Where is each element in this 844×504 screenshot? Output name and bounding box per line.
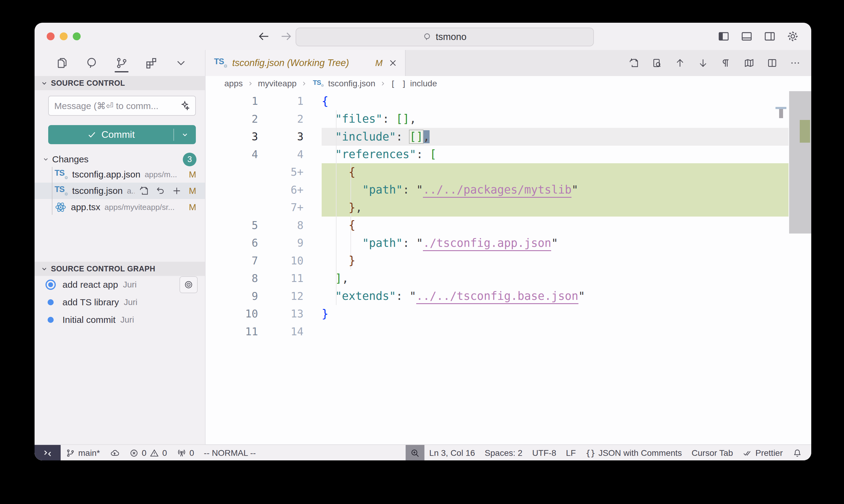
code-line[interactable]: 7+ }, bbox=[206, 199, 811, 217]
activity-item-search[interactable] bbox=[84, 54, 100, 72]
status-vim-mode[interactable]: -- NORMAL -- bbox=[199, 445, 261, 461]
status-notifications[interactable] bbox=[788, 445, 807, 461]
source-control-title: SOURCE CONTROL bbox=[51, 79, 125, 88]
commit-message: add TS library bbox=[63, 297, 119, 307]
command-center-search[interactable]: tsmono bbox=[296, 28, 594, 46]
prev-change-icon[interactable] bbox=[674, 57, 686, 69]
tab-tsconfig-working-tree[interactable]: TS tsconfig.json (Working Tree) M bbox=[206, 50, 406, 76]
breadcrumb-label: tsconfig.json bbox=[328, 79, 375, 88]
commit-row[interactable]: add react app Juri bbox=[35, 276, 205, 293]
status-sync-status[interactable] bbox=[105, 445, 124, 461]
code-line[interactable]: 9 12 "extends": "../../tsconfig.base.jso… bbox=[206, 287, 811, 305]
status-eol[interactable]: LF bbox=[561, 445, 581, 461]
code-line[interactable]: 11 14 bbox=[206, 323, 811, 341]
commit-row[interactable]: add TS library Juri bbox=[35, 293, 205, 311]
commit-row[interactable]: Initial commit Juri bbox=[35, 311, 205, 329]
plus-icon[interactable] bbox=[172, 186, 182, 196]
modified-badge: M bbox=[188, 202, 197, 212]
source-control-section-header[interactable]: SOURCE CONTROL bbox=[35, 76, 205, 90]
modified-badge: M bbox=[188, 169, 197, 180]
activity-item-extensions[interactable] bbox=[144, 54, 159, 72]
code-line[interactable]: 6 9 "path": "./tsconfig.app.json" bbox=[206, 234, 811, 252]
activity-item-explorer[interactable] bbox=[55, 54, 70, 72]
error-icon bbox=[129, 448, 139, 458]
minimize-window-button[interactable] bbox=[60, 32, 68, 40]
old-line-number: 7 bbox=[206, 255, 258, 267]
code-line[interactable]: 10 13 } bbox=[206, 305, 811, 323]
changes-count-badge: 3 bbox=[183, 152, 196, 166]
editor-area: TS tsconfig.json (Working Tree) M apps m… bbox=[206, 50, 811, 444]
vertical-scrollbar[interactable] bbox=[789, 91, 811, 234]
status-encoding[interactable]: UTF-8 bbox=[527, 445, 561, 461]
status-indentation[interactable]: Spaces: 2 bbox=[480, 445, 528, 461]
whitespace-icon[interactable] bbox=[720, 57, 732, 69]
code-line[interactable]: 8 11 ], bbox=[206, 270, 811, 287]
open-file-icon[interactable] bbox=[139, 186, 149, 196]
map-icon[interactable] bbox=[743, 57, 755, 69]
next-change-icon[interactable] bbox=[697, 57, 709, 69]
maximize-window-button[interactable] bbox=[73, 32, 81, 40]
discard-icon[interactable] bbox=[155, 186, 166, 196]
code-line[interactable]: 4 4 "references": [ bbox=[206, 146, 811, 164]
status-cursor-tab[interactable]: Cursor Tab bbox=[687, 445, 738, 461]
status-zoom-indicator[interactable] bbox=[406, 445, 425, 461]
zoom-in-icon bbox=[410, 448, 420, 458]
breadcrumb-item[interactable]: myviteapp bbox=[258, 79, 297, 88]
status-cursor-position[interactable]: Ln 3, Col 16 bbox=[425, 445, 480, 461]
code-line[interactable]: 5+ { bbox=[206, 163, 811, 181]
old-line-number: 6 bbox=[206, 237, 258, 249]
minimap[interactable] bbox=[775, 107, 787, 121]
code-line[interactable]: 5 8 { bbox=[206, 217, 811, 234]
status-formatter[interactable]: Prettier bbox=[738, 445, 788, 461]
code-line[interactable]: 7 10 } bbox=[206, 252, 811, 270]
changes-section-header[interactable]: Changes 3 bbox=[35, 152, 205, 166]
checkout-target-button[interactable] bbox=[179, 276, 198, 293]
code-line[interactable]: 2 2 "files": [], bbox=[206, 110, 811, 128]
search-icon bbox=[85, 56, 99, 70]
status-problems[interactable]: 00 bbox=[124, 445, 172, 461]
commit-dropdown-button[interactable] bbox=[174, 130, 196, 139]
extensions-icon bbox=[144, 56, 158, 70]
gear-icon[interactable] bbox=[787, 30, 799, 43]
remote-indicator[interactable] bbox=[35, 445, 61, 461]
changed-file-row[interactable]: TS tsconfig.app.json apps/m... M bbox=[35, 166, 205, 183]
changed-file-row[interactable]: app.tsx apps/myviteapp/sr... M bbox=[35, 199, 205, 215]
back-icon[interactable] bbox=[258, 30, 271, 43]
activity-item-source-control[interactable] bbox=[114, 54, 129, 72]
more-icon[interactable] bbox=[789, 57, 801, 69]
changes-file-list: TS tsconfig.app.json apps/m... M TS tsco… bbox=[35, 166, 205, 215]
layout-sidebar-right-icon[interactable] bbox=[763, 30, 776, 43]
open-file-icon[interactable] bbox=[628, 57, 640, 69]
layout-sidebar-left-icon[interactable] bbox=[717, 30, 730, 43]
split-editor-icon[interactable] bbox=[767, 57, 778, 69]
breadcrumb-item[interactable]: TS tsconfig.json bbox=[312, 77, 375, 90]
status-ports[interactable]: 0 bbox=[172, 445, 199, 461]
new-line-number: 6+ bbox=[258, 184, 304, 196]
breadcrumb-label: apps bbox=[224, 79, 243, 88]
vscode-window: tsmono SOURCE CONTROL Message (⌘⏎ to com… bbox=[35, 23, 811, 461]
code-editor[interactable]: 1 1 { 2 2 "files": [], 3 3 "include": []… bbox=[206, 91, 811, 444]
forward-icon[interactable] bbox=[279, 30, 292, 43]
code-line[interactable]: 3 3 "include": [], bbox=[206, 128, 811, 146]
close-window-button[interactable] bbox=[47, 32, 55, 40]
code-line[interactable]: 6+ "path": "../../packages/mytslib" bbox=[206, 181, 811, 199]
code-line[interactable]: 1 1 { bbox=[206, 92, 811, 110]
activity-item-more-views[interactable] bbox=[173, 54, 189, 72]
status-branch-status[interactable]: main* bbox=[61, 445, 105, 461]
source-control-graph-header[interactable]: SOURCE CONTROL GRAPH bbox=[35, 262, 205, 276]
source-control-graph-title: SOURCE CONTROL GRAPH bbox=[51, 265, 155, 273]
breadcrumb-item[interactable]: apps bbox=[224, 79, 243, 88]
chevron-right-icon bbox=[301, 80, 307, 87]
status-language-mode[interactable]: {}JSON with Comments bbox=[581, 445, 687, 461]
sparkle-icon[interactable] bbox=[179, 100, 190, 111]
commit-button[interactable]: Commit bbox=[48, 125, 196, 144]
commit-message-input[interactable]: Message (⌘⏎ to comm... bbox=[48, 96, 196, 116]
close-tab-icon[interactable] bbox=[387, 57, 398, 69]
breadcrumb-item[interactable]: [ ] include bbox=[391, 79, 437, 88]
changed-file-row[interactable]: TS tsconfig.json a... M bbox=[35, 183, 205, 199]
inline-view-icon[interactable] bbox=[651, 57, 663, 69]
tab-label: tsconfig.json (Working Tree) bbox=[232, 57, 371, 69]
layout-panel-icon[interactable] bbox=[740, 30, 753, 43]
new-line-number: 2 bbox=[258, 113, 304, 125]
remote-icon bbox=[42, 448, 53, 458]
